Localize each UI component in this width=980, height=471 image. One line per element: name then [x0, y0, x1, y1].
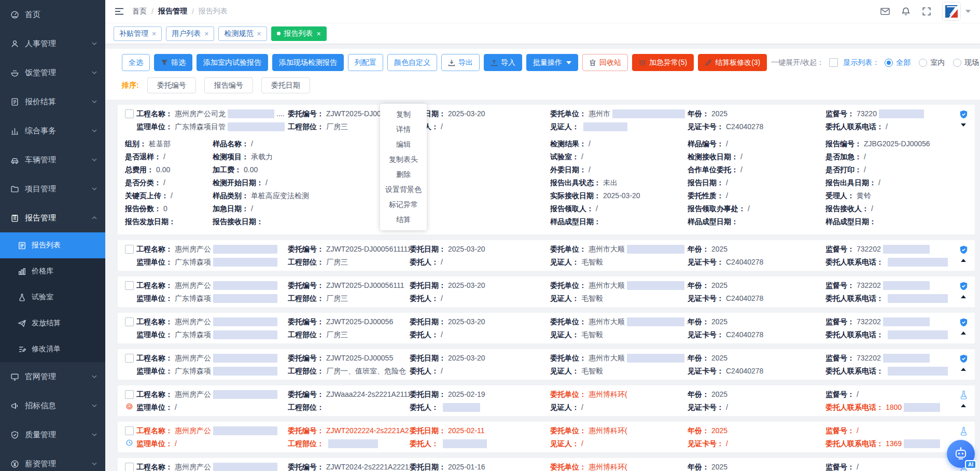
- sidebar-item-quality[interactable]: 质量管理: [0, 420, 105, 449]
- tab-close-icon[interactable]: ×: [317, 30, 321, 38]
- row-checkbox[interactable]: [125, 390, 134, 399]
- sidebar-item-affairs[interactable]: 综合事务: [0, 116, 105, 145]
- flask-icon[interactable]: [959, 426, 969, 436]
- sidebar-subitem-issue-settlement[interactable]: 发放结算: [0, 310, 105, 336]
- sort-button-1[interactable]: 报告编号: [204, 77, 253, 93]
- field-value: /: [175, 438, 177, 449]
- sidebar-item-home[interactable]: 首页: [0, 0, 105, 29]
- display-option-indoor[interactable]: 室内: [919, 58, 945, 67]
- field-line: 委托日期：2025-03-20: [410, 316, 550, 327]
- field-line: 见证卡号：C24040278: [688, 256, 825, 268]
- expand-toggle-checkbox[interactable]: [829, 58, 838, 67]
- sidebar-item-vehicle[interactable]: 车辆管理: [0, 145, 105, 174]
- chevron-down-icon: [92, 129, 97, 132]
- row-col-0: 工程名称：惠州房产公监理单位：广东博森项: [136, 316, 288, 340]
- expand-chevron-icon[interactable]: [961, 368, 966, 371]
- redaction-mask: [443, 439, 487, 448]
- shield-icon[interactable]: [959, 354, 969, 364]
- add-indoor-report-button[interactable]: 添加室内试验报告: [197, 54, 268, 71]
- sidebar-subitem-laboratory[interactable]: 试验室: [0, 284, 105, 310]
- sidebar-item-canteen[interactable]: 饭堂管理: [0, 58, 105, 87]
- tab-close-icon[interactable]: ×: [152, 30, 156, 38]
- row-checkbox[interactable]: [125, 317, 134, 326]
- tab-report-list[interactable]: 报告列表×: [271, 26, 327, 41]
- field-label: 委托单位：: [550, 108, 586, 119]
- row-checkbox[interactable]: [125, 426, 134, 435]
- sidebar-subitem-price-library[interactable]: 价格库: [0, 258, 105, 284]
- sort-button-2[interactable]: 委托日期: [261, 77, 310, 93]
- row-checkbox[interactable]: [125, 463, 134, 471]
- context-menu-item-1[interactable]: 详情: [380, 122, 427, 137]
- collapse-chevron-icon[interactable]: [961, 123, 966, 127]
- flask-icon[interactable]: [959, 390, 969, 400]
- mail-icon[interactable]: [880, 7, 890, 16]
- tab-user-list[interactable]: 用户列表×: [166, 26, 214, 41]
- column-config-button[interactable]: 列配置: [348, 54, 383, 71]
- urgent-exception-button[interactable]: 加急异常(5): [632, 54, 694, 71]
- batch-operations-button[interactable]: 批量操作: [526, 54, 578, 71]
- row-checkbox[interactable]: [125, 245, 134, 254]
- radio-all[interactable]: [885, 59, 893, 67]
- display-option-all[interactable]: 全部: [885, 58, 911, 67]
- filter-button[interactable]: 筛选: [154, 54, 192, 71]
- context-menu-item-3[interactable]: 复制表头: [380, 152, 427, 167]
- tab-inspection-standard[interactable]: 检测规范×: [218, 26, 267, 41]
- context-menu-item-7[interactable]: 结算: [380, 212, 427, 227]
- sidebar-item-website[interactable]: 官网管理: [0, 362, 105, 391]
- row-checkbox[interactable]: [125, 354, 134, 363]
- field-value: 0: [163, 202, 167, 215]
- row-checkbox[interactable]: [125, 109, 134, 118]
- stamp-icon: [125, 403, 133, 410]
- sidebar-item-quotation[interactable]: 报价结算: [0, 87, 105, 116]
- breadcrumb-report-management[interactable]: 报告管理: [158, 7, 187, 16]
- sidebar-subitem-report-list[interactable]: 报告列表: [0, 232, 105, 258]
- import-button[interactable]: 导入: [484, 54, 522, 71]
- field-label: 委托日期：: [410, 316, 446, 327]
- expand-chevron-icon[interactable]: [961, 331, 966, 335]
- expand-chevron-icon[interactable]: [961, 295, 966, 298]
- field-line: 检测开始日期：/: [213, 176, 381, 189]
- user-menu-caret-icon[interactable]: [965, 10, 971, 13]
- field-line: 样品成型日期：: [825, 215, 975, 228]
- sidebar-item-bidding[interactable]: 招标信息: [0, 391, 105, 420]
- bell-icon[interactable]: [901, 7, 911, 16]
- expand-chevron-icon[interactable]: [961, 404, 966, 407]
- recycle-bin-button[interactable]: 回收站: [582, 54, 628, 71]
- context-menu-item-6[interactable]: 标记异常: [380, 197, 427, 212]
- settlement-modify-button[interactable]: 结算板修改(3): [698, 54, 767, 71]
- shield-icon[interactable]: [959, 245, 969, 255]
- context-menu-item-5[interactable]: 设置背景色: [380, 182, 427, 197]
- select-all-button[interactable]: 全选: [122, 54, 150, 71]
- tab-close-icon[interactable]: ×: [257, 30, 261, 38]
- color-custom-button[interactable]: 颜色自定义: [387, 54, 437, 71]
- radio-indoor[interactable]: [919, 59, 927, 67]
- context-menu-item-0[interactable]: 复制: [380, 107, 427, 122]
- shield-icon[interactable]: [959, 281, 969, 291]
- sidebar-item-salary[interactable]: 薪资管理: [0, 449, 105, 471]
- add-site-report-button[interactable]: 添加现场检测报告: [272, 54, 344, 71]
- shield-icon[interactable]: [959, 109, 969, 119]
- sort-button-0[interactable]: 委托编号: [147, 77, 196, 93]
- export-button[interactable]: 导出: [441, 54, 480, 71]
- context-menu-item-2[interactable]: 编辑: [380, 137, 427, 152]
- tab-close-icon[interactable]: ×: [204, 30, 208, 38]
- ai-assistant-button[interactable]: AI: [947, 440, 975, 468]
- field-label: 工程部位：: [288, 329, 324, 340]
- tab-subsidy[interactable]: 补贴管理×: [114, 26, 162, 41]
- hamburger-icon[interactable]: [115, 7, 124, 16]
- field-label: 监督号：: [825, 243, 855, 255]
- expand-icon[interactable]: [922, 7, 931, 16]
- breadcrumb-home[interactable]: 首页: [132, 7, 147, 16]
- sidebar-item-project[interactable]: 项目管理: [0, 174, 105, 203]
- expand-chevron-icon[interactable]: [961, 259, 966, 262]
- company-logo[interactable]: [943, 3, 960, 20]
- display-option-site[interactable]: 现场: [953, 58, 979, 67]
- row-select-cell: [122, 461, 136, 471]
- sidebar-item-hr[interactable]: 人事管理: [0, 29, 105, 58]
- context-menu-item-4[interactable]: 删除: [380, 167, 427, 182]
- radio-site[interactable]: [953, 59, 961, 67]
- sidebar-subitem-modify-list[interactable]: 修改清单: [0, 336, 105, 362]
- row-checkbox[interactable]: [125, 281, 134, 290]
- shield-icon[interactable]: [959, 317, 969, 327]
- sidebar-item-report[interactable]: 报告管理: [0, 203, 105, 232]
